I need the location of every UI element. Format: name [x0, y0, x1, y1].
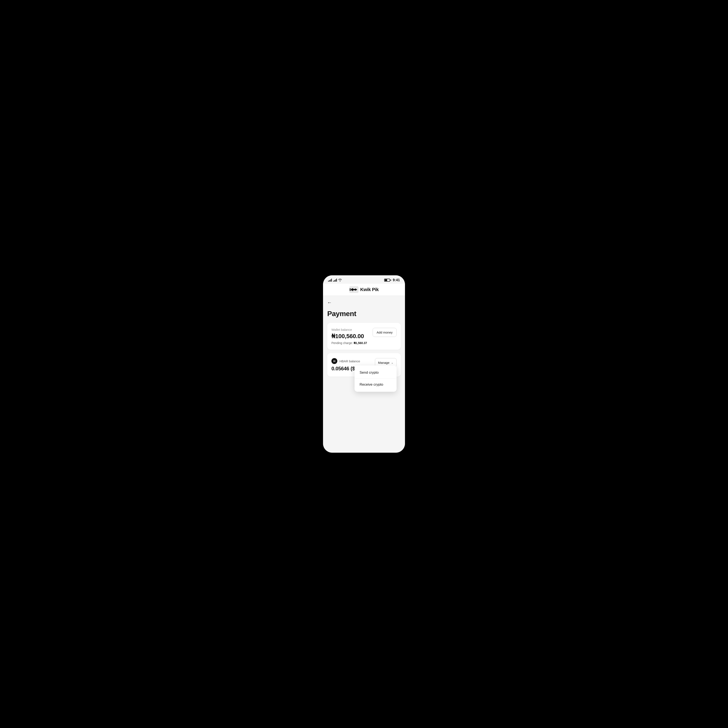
- hbar-label: HBAR balance: [340, 359, 360, 363]
- logo-container: Kwik Pik: [349, 286, 379, 293]
- signal-bar: [334, 280, 335, 281]
- wallet-label: Wallet balance: [332, 328, 373, 332]
- dropdown-menu: Send crypto Receive crypto: [355, 366, 396, 392]
- wallet-card: Wallet balance ₦100,560.00 Pending charg…: [327, 323, 401, 350]
- battery-icon: [384, 279, 391, 281]
- hbar-icon: H: [332, 358, 337, 364]
- signal-bars-1: [328, 279, 332, 281]
- back-button[interactable]: ←: [327, 300, 332, 305]
- pending-label: Pending charge:: [332, 341, 353, 345]
- signal-strength-1: [328, 279, 332, 281]
- logo-icon: [349, 286, 358, 293]
- main-content: ← Payment Wallet balance ₦100,560.00 Pen…: [323, 296, 405, 453]
- status-right: 9:41: [384, 278, 400, 282]
- battery-tip: [390, 280, 391, 281]
- send-crypto-item[interactable]: Send crypto: [355, 367, 396, 379]
- receive-crypto-item[interactable]: Receive crypto: [355, 379, 396, 390]
- top-bar: Kwik Pik: [323, 284, 405, 296]
- signal-strength-2: [333, 279, 337, 281]
- manage-label: Manage: [378, 361, 389, 364]
- back-arrow-icon: ←: [327, 300, 332, 305]
- pending-charge: Pending charge: ₦1,560.37: [332, 341, 373, 345]
- status-time: 9:41: [393, 278, 400, 282]
- signal-bars-2: [333, 279, 337, 281]
- signal-bar: [329, 280, 330, 281]
- battery-body: [384, 279, 390, 281]
- hbar-header: H HBAR balance: [332, 358, 375, 364]
- status-bar: 9:41: [323, 275, 405, 284]
- signal-bar: [335, 280, 336, 281]
- status-left: [328, 279, 342, 281]
- wifi-icon: [338, 279, 342, 281]
- signal-bar: [336, 279, 337, 281]
- battery-fill: [385, 279, 387, 281]
- page-title: Payment: [327, 310, 401, 318]
- phone-frame: 9:41 Kwik Pik ← Payment Wa: [323, 275, 405, 453]
- chevron-down-icon: ⌄: [391, 361, 393, 364]
- signal-bar: [328, 281, 329, 281]
- logo-text: Kwik Pik: [360, 287, 379, 292]
- pending-amount: ₦1,560.37: [354, 341, 367, 345]
- signal-bar: [330, 280, 331, 281]
- add-money-button[interactable]: Add money: [373, 328, 396, 337]
- signal-bar: [331, 279, 332, 281]
- hbar-card: H HBAR balance 0.05646 ($12.68) Manage ⌄…: [327, 353, 401, 376]
- wallet-balance: ₦100,560.00: [332, 333, 373, 340]
- signal-bar: [333, 281, 334, 281]
- wallet-info: Wallet balance ₦100,560.00 Pending charg…: [332, 328, 373, 345]
